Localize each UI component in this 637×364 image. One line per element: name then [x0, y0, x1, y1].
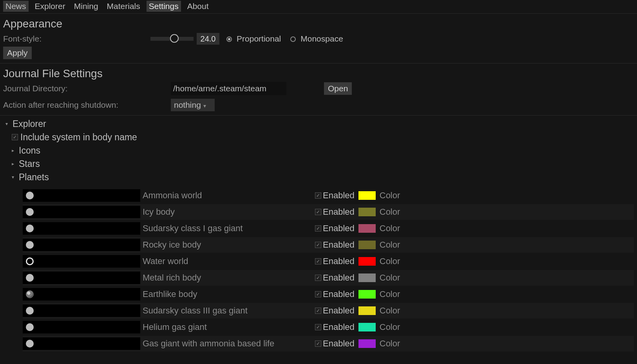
font-size-slider[interactable] [150, 37, 194, 41]
planet-row: Earthlike bodyEnabledColor [23, 286, 634, 302]
apply-button[interactable]: Apply [3, 47, 32, 59]
color-swatch[interactable] [358, 257, 376, 266]
color-label: Color [380, 240, 400, 250]
journal-section: Journal File Settings Journal Directory:… [0, 63, 637, 116]
color-swatch[interactable] [358, 339, 376, 348]
color-label: Color [380, 289, 400, 299]
color-label: Color [380, 322, 400, 332]
planets-node[interactable]: Planets [5, 170, 634, 184]
color-label: Color [380, 273, 400, 283]
enabled-checkbox[interactable] [315, 324, 321, 330]
planet-icon-cell[interactable] [23, 206, 140, 218]
planet-icon-cell[interactable] [23, 321, 140, 333]
planet-row: Ammonia worldEnabledColor [23, 188, 634, 203]
enabled-checkbox[interactable] [315, 291, 321, 297]
color-label: Color [380, 256, 400, 266]
include-system-checkbox[interactable] [12, 134, 18, 140]
enabled-checkbox[interactable] [315, 340, 321, 347]
planet-icon-cell[interactable] [23, 222, 140, 235]
enabled-label: Enabled [323, 306, 355, 316]
planet-name-label: Sudarsky class I gas giant [143, 223, 315, 234]
include-system-row[interactable]: Include system in body name [5, 130, 634, 144]
planet-row: Rocky ice bodyEnabledColor [23, 237, 634, 253]
enabled-checkbox[interactable] [315, 192, 321, 199]
color-swatch[interactable] [358, 290, 376, 299]
enabled-checkbox[interactable] [315, 225, 321, 232]
planet-name-label: Ammonia world [143, 190, 315, 201]
tab-settings[interactable]: Settings [147, 1, 181, 12]
enabled-label: Enabled [323, 322, 355, 332]
color-swatch[interactable] [358, 323, 376, 331]
color-label: Color [380, 223, 400, 234]
tab-mining[interactable]: Mining [72, 1, 101, 12]
slider-thumb-icon[interactable] [170, 34, 179, 43]
planet-row: Metal rich bodyEnabledColor [23, 270, 634, 286]
enabled-checkbox[interactable] [315, 308, 321, 314]
tab-explorer[interactable]: Explorer [33, 1, 68, 12]
enabled-checkbox[interactable] [315, 242, 321, 248]
stars-node[interactable]: Stars [5, 157, 634, 170]
planet-name-label: Gas giant with ammonia based life [143, 339, 315, 349]
planet-icon-cell[interactable] [23, 337, 140, 350]
planet-icon [26, 340, 34, 348]
explorer-node[interactable]: Explorer [5, 117, 634, 130]
planet-row: Sudarsky class III gas giantEnabledColor [23, 303, 634, 319]
planet-icon [26, 225, 34, 232]
font-style-label: Font-style: [3, 34, 42, 43]
tab-bar: News Explorer Mining Materials Settings … [0, 0, 637, 14]
tab-news[interactable]: News [3, 1, 29, 12]
shutdown-action-label: Action after reaching shutdown: [3, 100, 168, 110]
chevron-down-icon[interactable] [5, 121, 10, 127]
enabled-label: Enabled [323, 223, 355, 234]
planet-row: Gas giant with ammonia based lifeEnabled… [23, 336, 634, 351]
color-swatch[interactable] [358, 273, 376, 282]
chevron-right-icon[interactable] [12, 148, 16, 153]
color-label: Color [380, 190, 400, 201]
shutdown-action-select[interactable]: nothing [171, 99, 215, 111]
planet-icon-cell[interactable] [23, 304, 140, 317]
planet-name-label: Earthlike body [143, 289, 315, 299]
enabled-checkbox[interactable] [315, 258, 321, 264]
enabled-label: Enabled [323, 256, 355, 266]
enabled-checkbox[interactable] [315, 275, 321, 281]
tab-about[interactable]: About [185, 1, 211, 12]
journal-dir-input[interactable] [171, 82, 286, 95]
radio-proportional[interactable] [226, 36, 232, 42]
icons-node[interactable]: Icons [5, 144, 634, 157]
planet-icon-cell[interactable] [23, 189, 140, 202]
planet-icon [26, 208, 34, 216]
planet-name-label: Metal rich body [143, 273, 315, 283]
enabled-checkbox[interactable] [315, 209, 321, 215]
chevron-down-icon[interactable] [12, 174, 16, 180]
enabled-label: Enabled [323, 207, 355, 217]
planet-list: Ammonia worldEnabledColorIcy bodyEnabled… [5, 184, 634, 351]
color-swatch[interactable] [358, 208, 376, 216]
color-swatch[interactable] [358, 224, 376, 233]
planet-icon-cell[interactable] [23, 239, 140, 251]
radio-proportional-label: Proportional [237, 34, 281, 43]
tab-materials[interactable]: Materials [105, 1, 143, 12]
planet-icon-cell[interactable] [23, 288, 140, 301]
chevron-right-icon[interactable] [12, 161, 16, 167]
planet-icon [26, 323, 34, 331]
planet-icon-cell[interactable] [23, 272, 140, 284]
planet-name-label: Sudarsky class III gas giant [143, 306, 315, 316]
radio-monospace[interactable] [290, 36, 296, 42]
color-label: Color [380, 306, 400, 316]
appearance-title: Appearance [3, 18, 634, 30]
planet-name-label: Water world [143, 256, 315, 266]
color-swatch[interactable] [358, 191, 376, 200]
planet-icon [26, 290, 34, 298]
enabled-label: Enabled [323, 289, 355, 299]
font-size-input[interactable] [197, 33, 219, 45]
color-label: Color [380, 339, 400, 349]
appearance-section: Appearance Font-style: Proportional Mono… [0, 14, 637, 63]
planet-name-label: Helium gas giant [143, 322, 315, 332]
planet-icon-cell[interactable] [23, 255, 140, 268]
color-swatch[interactable] [358, 241, 376, 249]
open-button[interactable]: Open [324, 82, 352, 95]
planet-row: Icy bodyEnabledColor [23, 204, 634, 220]
planet-icon [26, 241, 34, 249]
planet-icon [26, 257, 34, 265]
color-swatch[interactable] [358, 306, 376, 315]
